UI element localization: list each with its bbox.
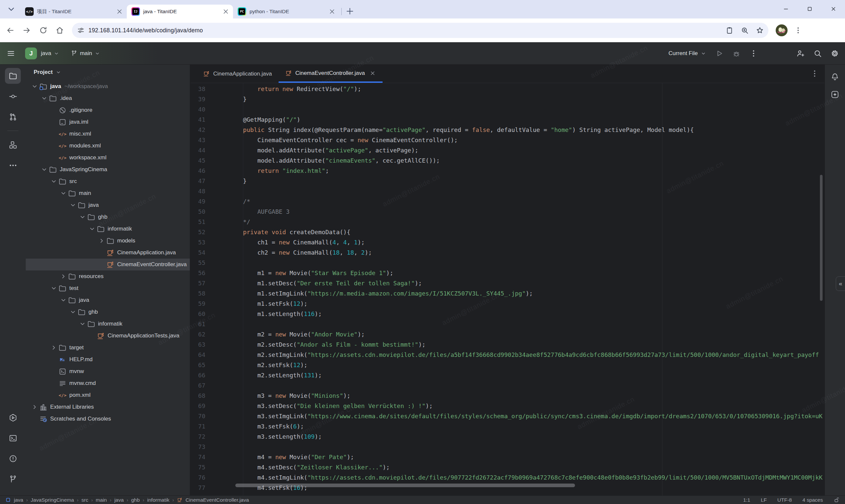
clipboard-icon[interactable] (725, 26, 734, 34)
run-tool-icon[interactable] (5, 410, 21, 426)
line-number[interactable]: 56 (191, 268, 205, 278)
line-number[interactable]: 38 (191, 84, 205, 94)
tree-item-help.md[interactable]: M↓HELP.md (26, 354, 190, 365)
chevron-down-icon[interactable] (50, 177, 58, 186)
project-avatar[interactable]: J (25, 48, 37, 59)
tree-item-resources[interactable]: resources (26, 270, 190, 282)
caret-position[interactable]: 1:1 (743, 497, 750, 503)
version-control-tool-icon[interactable] (5, 471, 21, 487)
line-number[interactable]: 44 (191, 145, 205, 155)
line-number[interactable]: 64 (191, 349, 205, 360)
line-number[interactable]: 40 (191, 104, 205, 114)
address-bar[interactable]: 192.168.101.144/ide/web/coding/java/demo (72, 23, 769, 38)
breadcrumb-item[interactable]: java (14, 497, 23, 503)
code-line-63[interactable]: 63 m2.setDesc("Andor als Film - kommt be… (191, 339, 824, 349)
line-number[interactable]: 51 (191, 217, 205, 227)
more-tools-icon[interactable] (5, 157, 21, 173)
code-line-60[interactable]: 60 m1.setLength(116); (191, 309, 824, 319)
breadcrumb-item[interactable]: ghb (131, 497, 140, 503)
code-line-66[interactable]: 66 m2.setLength(131); (191, 370, 824, 380)
code-line-75[interactable]: 75 m4.setDesc("Zeitloser Klassiker..."); (191, 462, 824, 472)
site-info-icon[interactable] (76, 26, 85, 34)
forward-icon[interactable] (22, 26, 31, 35)
vertical-scrollbar[interactable] (820, 175, 823, 301)
tree-item-ghb[interactable]: ghb (26, 306, 190, 318)
unlocked-icon[interactable] (833, 497, 840, 503)
ai-assistant-icon[interactable] (828, 87, 842, 102)
editor-tab-0[interactable]: CinemaApplication.java (196, 65, 279, 83)
line-number[interactable]: 69 (191, 401, 205, 411)
tree-item-javaspringcinema[interactable]: JavaSpringCinema (26, 164, 190, 176)
tree-item-.idea[interactable]: .idea (26, 92, 190, 104)
code-line-54[interactable]: 54 ch2 = new CinemaHall(18, 18, 2); (191, 247, 824, 258)
chevron-right-icon[interactable] (50, 343, 58, 352)
main-menu-icon[interactable] (6, 49, 15, 58)
line-number[interactable]: 76 (191, 472, 205, 483)
tab-close-icon[interactable] (222, 7, 230, 16)
breadcrumb-item[interactable]: informatik (147, 497, 169, 503)
chevron-down-icon[interactable] (69, 308, 77, 316)
code-line-55[interactable]: 55 (191, 258, 824, 268)
tree-item-target[interactable]: target (26, 342, 190, 354)
tab-close-icon[interactable] (328, 7, 336, 16)
code-line-40[interactable]: 40 (191, 104, 824, 114)
tree-item-java[interactable]: java (26, 294, 190, 306)
code-line-48[interactable]: 48 (191, 186, 824, 196)
chevron-down-icon[interactable] (59, 296, 68, 304)
line-number[interactable]: 57 (191, 278, 205, 288)
chevron-down-icon[interactable] (55, 69, 61, 75)
code-line-52[interactable]: 52 private void createDemoData(){ (191, 227, 824, 237)
code-line-65[interactable]: 65 m2.setFsk(12); (191, 360, 824, 370)
settings-gear-icon[interactable] (830, 49, 839, 58)
chevron-down-icon[interactable] (40, 94, 49, 103)
debug-button[interactable] (732, 49, 741, 58)
line-number[interactable]: 72 (191, 431, 205, 442)
line-number[interactable]: 54 (191, 247, 205, 258)
reload-icon[interactable] (39, 26, 48, 35)
tree-item-models[interactable]: models (26, 235, 190, 247)
pull-requests-tool-icon[interactable] (5, 109, 21, 125)
line-number[interactable]: 45 (191, 155, 205, 166)
code-line-74[interactable]: 74 m4 = new Movie("Der Pate"); (191, 452, 824, 462)
browser-menu-icon[interactable] (794, 26, 802, 34)
url-text[interactable]: 192.168.101.144/ide/web/coding/java/demo (88, 27, 725, 34)
bookmark-star-icon[interactable] (756, 26, 764, 34)
code-line-57[interactable]: 57 m1.setDesc("Der erste Teil der tollen… (191, 278, 824, 288)
tree-item-external-libraries[interactable]: External Libraries (26, 401, 190, 413)
chevron-right-icon[interactable] (59, 272, 68, 281)
line-number[interactable]: 50 (191, 206, 205, 217)
editor-options-icon[interactable] (810, 69, 819, 78)
code-line-71[interactable]: 71 m3.setFsk(6); (191, 421, 824, 431)
tree-item-.gitignore[interactable]: .gitignore (26, 104, 190, 116)
breadcrumb-item[interactable]: CinemaEventController.java (186, 497, 249, 503)
browser-tab-2[interactable]: PCpython - TitanIDE (233, 5, 339, 18)
project-tool-icon[interactable] (5, 68, 21, 84)
tree-item-src[interactable]: src (26, 176, 190, 187)
project-selector[interactable]: java (41, 50, 59, 57)
breadcrumb-item[interactable]: src (82, 497, 88, 503)
tree-item-cinemaapplication.java[interactable]: CinemaApplication.java (26, 247, 190, 258)
line-number[interactable]: 63 (191, 339, 205, 349)
chevron-down-icon[interactable] (30, 82, 39, 91)
code-line-41[interactable]: 41 @GetMapping("/") (191, 114, 824, 125)
code-line-53[interactable]: 53 ch1 = new CinemaHall(4, 4, 1); (191, 237, 824, 247)
window-maximize-button[interactable] (803, 2, 816, 16)
breadcrumb-item[interactable]: JavaSpringCinema (31, 497, 74, 503)
line-number[interactable]: 75 (191, 462, 205, 472)
tree-item-informatik[interactable]: informatik (26, 318, 190, 330)
tree-item-workspace.xml[interactable]: </>workspace.xml (26, 152, 190, 164)
browser-tab-1[interactable]: IJjava - TitanIDE (127, 5, 233, 18)
code-line-70[interactable]: 70 m3.setImgLink("https://www.cinema.de/… (191, 411, 824, 421)
chevron-right-icon[interactable] (30, 403, 39, 411)
line-number[interactable]: 53 (191, 237, 205, 247)
code-line-72[interactable]: 72 m3.setLength(109); (191, 431, 824, 442)
chevron-down-icon[interactable] (88, 224, 96, 233)
chevron-down-icon[interactable] (50, 284, 58, 292)
back-icon[interactable] (6, 26, 15, 35)
code-line-67[interactable]: 67 (191, 380, 824, 391)
line-number[interactable]: 71 (191, 421, 205, 431)
code-line-62[interactable]: 62 m2 = new Movie("Andor Movie"); (191, 329, 824, 339)
close-icon[interactable] (369, 70, 376, 76)
indent-setting[interactable]: 4 spaces (803, 497, 823, 503)
line-number[interactable]: 39 (191, 94, 205, 104)
